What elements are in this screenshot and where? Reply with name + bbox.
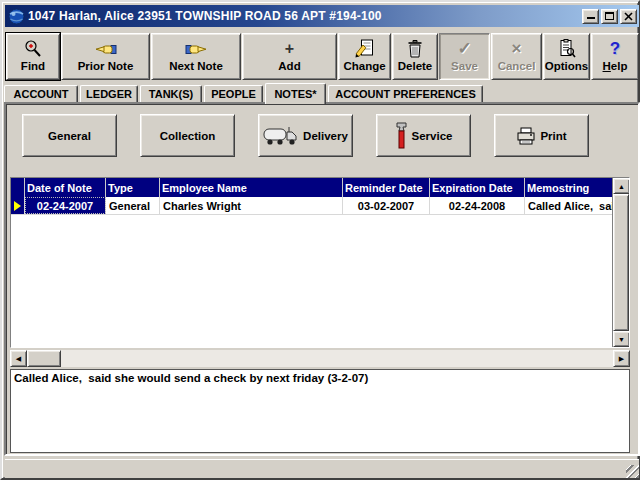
delivery-label: Delivery bbox=[303, 130, 348, 142]
table-header-row: Date of Note Type Employee Name Reminder… bbox=[11, 178, 614, 197]
tab-account-preferences[interactable]: ACCOUNT PREFERENCES bbox=[328, 85, 483, 102]
find-label: Find bbox=[21, 59, 45, 73]
help-label: Help bbox=[603, 59, 628, 73]
service-label: Service bbox=[412, 130, 453, 142]
vertical-scrollbar[interactable]: ▲ ▼ bbox=[612, 178, 629, 347]
plus-icon: + bbox=[285, 38, 294, 59]
arrow-left-icon: ◀ bbox=[16, 355, 21, 362]
tab-ledger-label: LEDGER bbox=[86, 88, 132, 100]
col-expiration-date[interactable]: Expiration Date bbox=[430, 178, 525, 197]
x-icon: × bbox=[512, 38, 522, 59]
trash-icon bbox=[407, 38, 423, 59]
col-date-of-note[interactable]: Date of Note bbox=[25, 178, 106, 197]
collection-button[interactable]: Collection bbox=[140, 114, 235, 157]
general-label: General bbox=[48, 130, 91, 142]
tab-people-label: PEOPLE bbox=[211, 88, 256, 100]
tab-bar: ACCOUNT LEDGER TANK(S) PEOPLE NOTES* ACC… bbox=[4, 83, 640, 102]
notes-table: Date of Note Type Employee Name Reminder… bbox=[10, 177, 630, 348]
app-window: 1047 Harlan, Alice 23951 TOWNSHIP ROAD 5… bbox=[0, 0, 640, 480]
scroll-left-button[interactable]: ◀ bbox=[10, 350, 27, 367]
tab-account-preferences-label: ACCOUNT PREFERENCES bbox=[335, 88, 476, 100]
service-button[interactable]: Service bbox=[376, 114, 471, 157]
tab-tanks-label: TANK(S) bbox=[149, 88, 193, 100]
help-button[interactable]: ? Help bbox=[591, 33, 639, 80]
cell-employee-name[interactable]: Charles Wright bbox=[160, 197, 343, 214]
close-button[interactable] bbox=[620, 9, 637, 24]
scroll-right-button[interactable]: ▶ bbox=[613, 350, 630, 367]
scroll-down-button[interactable]: ▼ bbox=[613, 331, 630, 347]
arrow-right-icon: ▶ bbox=[619, 355, 624, 362]
row-marker bbox=[11, 197, 25, 214]
hand-point-right-icon bbox=[185, 38, 207, 59]
tab-notes-label: NOTES* bbox=[274, 88, 316, 100]
scroll-up-button[interactable]: ▲ bbox=[613, 178, 630, 194]
options-label: Options bbox=[545, 59, 588, 73]
col-employee-name[interactable]: Employee Name bbox=[160, 178, 343, 197]
find-magnifier-icon bbox=[23, 38, 43, 59]
cell-memostring[interactable]: Called Alice, sai bbox=[525, 197, 614, 214]
delete-label: Delete bbox=[398, 59, 433, 73]
globe-icon bbox=[8, 8, 25, 25]
tab-account[interactable]: ACCOUNT bbox=[4, 85, 78, 102]
minimize-button[interactable] bbox=[582, 9, 599, 24]
current-record-arrow-icon bbox=[14, 201, 21, 211]
table-row[interactable]: 02-24-2007 General Charles Wright 03-02-… bbox=[11, 197, 614, 215]
find-button[interactable]: Find bbox=[6, 33, 60, 80]
general-button[interactable]: General bbox=[22, 114, 117, 157]
truck-icon bbox=[263, 125, 299, 146]
maximize-icon bbox=[605, 12, 614, 20]
hand-point-left-icon bbox=[95, 38, 117, 59]
memo-text-area[interactable]: Called Alice, said she would send a chec… bbox=[10, 369, 630, 453]
question-mark-icon: ? bbox=[610, 38, 620, 59]
tab-notes[interactable]: NOTES* bbox=[265, 83, 326, 104]
cancel-label: Cancel bbox=[498, 59, 536, 73]
print-button[interactable]: Print bbox=[494, 114, 589, 157]
window-title: 1047 Harlan, Alice 23951 TOWNSHIP ROAD 5… bbox=[28, 9, 580, 23]
print-label: Print bbox=[540, 130, 566, 142]
next-note-button[interactable]: Next Note bbox=[151, 33, 241, 80]
col-memostring[interactable]: Memostring bbox=[525, 178, 614, 197]
cell-expiration-date[interactable]: 02-24-2008 bbox=[430, 197, 525, 214]
cell-type[interactable]: General bbox=[106, 197, 160, 214]
status-bar bbox=[5, 459, 639, 478]
prior-note-button[interactable]: Prior Note bbox=[61, 33, 150, 80]
save-label: Save bbox=[451, 59, 478, 73]
arrow-up-icon: ▲ bbox=[618, 183, 625, 190]
pipe-wrench-icon bbox=[395, 122, 408, 149]
resize-grip[interactable] bbox=[626, 465, 639, 478]
change-button[interactable]: Change bbox=[338, 33, 391, 80]
delivery-button[interactable]: Delivery bbox=[258, 114, 353, 157]
arrow-down-icon: ▼ bbox=[618, 336, 625, 343]
maximize-button[interactable] bbox=[601, 9, 618, 24]
delete-button[interactable]: Delete bbox=[392, 33, 438, 80]
toolbar: Find Prior Note Next Note bbox=[4, 31, 640, 82]
close-icon bbox=[624, 12, 633, 21]
horizontal-scrollbar[interactable]: ◀ ▶ bbox=[10, 350, 630, 367]
minimize-icon bbox=[587, 11, 595, 19]
cell-date-of-note[interactable]: 02-24-2007 bbox=[25, 197, 106, 214]
options-button[interactable]: Options bbox=[543, 33, 590, 80]
col-reminder-date[interactable]: Reminder Date bbox=[343, 178, 430, 197]
add-label: Add bbox=[278, 59, 300, 73]
prior-note-label: Prior Note bbox=[78, 59, 134, 73]
next-note-label: Next Note bbox=[169, 59, 223, 73]
vertical-scrollbar-thumb[interactable] bbox=[613, 194, 629, 331]
save-button: ✓ Save bbox=[439, 33, 490, 80]
col-type[interactable]: Type bbox=[106, 178, 160, 197]
collection-label: Collection bbox=[160, 130, 216, 142]
tab-tanks[interactable]: TANK(S) bbox=[140, 85, 202, 102]
tab-account-label: ACCOUNT bbox=[14, 88, 69, 100]
table-empty-area bbox=[11, 215, 614, 347]
horizontal-scrollbar-thumb[interactable] bbox=[27, 350, 61, 367]
checkmark-icon: ✓ bbox=[457, 38, 471, 59]
titlebar: 1047 Harlan, Alice 23951 TOWNSHIP ROAD 5… bbox=[5, 5, 639, 27]
notes-panel: General Collection Delivery Service bbox=[4, 102, 640, 456]
add-button[interactable]: + Add bbox=[242, 33, 337, 80]
change-label: Change bbox=[343, 59, 385, 73]
cell-reminder-date[interactable]: 03-02-2007 bbox=[343, 197, 430, 214]
options-list-icon bbox=[558, 38, 576, 59]
horizontal-scrollbar-track[interactable] bbox=[61, 350, 613, 367]
tab-ledger[interactable]: LEDGER bbox=[80, 85, 138, 102]
tab-people[interactable]: PEOPLE bbox=[204, 85, 263, 102]
edit-note-icon bbox=[355, 38, 374, 59]
